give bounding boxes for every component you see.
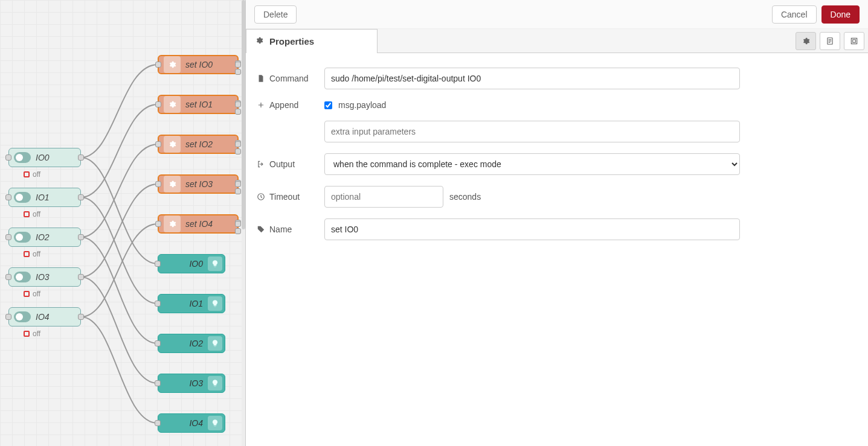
bulb-icon: [208, 336, 222, 351]
switch-node[interactable]: IO0 off: [8, 148, 81, 167]
toggle-icon: [14, 272, 31, 282]
input-port[interactable]: [155, 101, 161, 107]
debug-node[interactable]: IO4: [158, 413, 225, 433]
debug-node[interactable]: IO0: [158, 254, 225, 273]
exec-node[interactable]: set IO3: [158, 174, 239, 194]
input-port[interactable]: [155, 301, 161, 307]
tab-properties[interactable]: Properties: [246, 29, 378, 53]
tag-icon: [257, 225, 265, 234]
output-port[interactable]: [235, 101, 241, 107]
input-port[interactable]: [155, 62, 161, 68]
svg-rect-5: [853, 39, 856, 42]
switch-node[interactable]: IO2 off: [8, 228, 81, 247]
debug-node[interactable]: IO1: [158, 294, 225, 313]
cancel-button[interactable]: Cancel: [772, 5, 817, 24]
node-label: IO2: [189, 339, 203, 348]
tab-bar: Properties: [246, 29, 868, 53]
gear-icon: [164, 56, 181, 73]
output-port[interactable]: [235, 69, 241, 75]
bulb-icon: [208, 416, 222, 430]
output-port[interactable]: [78, 314, 84, 320]
delete-button[interactable]: Delete: [254, 5, 297, 24]
bulb-icon: [208, 256, 222, 271]
clock-icon: [257, 193, 265, 201]
file-icon: [257, 74, 265, 83]
input-port[interactable]: [155, 141, 161, 147]
input-port[interactable]: [5, 234, 11, 240]
toggle-icon: [14, 311, 31, 322]
output-port[interactable]: [78, 194, 84, 200]
command-input[interactable]: [324, 68, 740, 89]
output-port[interactable]: [235, 62, 241, 68]
output-port[interactable]: [235, 188, 241, 194]
appearance-tab-icon[interactable]: [844, 32, 864, 50]
output-port[interactable]: [78, 155, 84, 161]
exec-node[interactable]: set IO4: [158, 214, 239, 234]
append-checkbox[interactable]: [324, 101, 332, 109]
node-label: IO2: [36, 232, 50, 242]
node-label: IO0: [36, 153, 50, 162]
switch-node[interactable]: IO1 off: [8, 188, 81, 207]
input-port[interactable]: [155, 221, 161, 227]
extra-params-input[interactable]: [324, 121, 740, 142]
name-input[interactable]: [324, 218, 740, 240]
bulb-icon: [208, 296, 222, 311]
node-status: off: [24, 290, 40, 298]
input-port[interactable]: [155, 340, 161, 346]
exec-node[interactable]: set IO2: [158, 135, 239, 154]
output-port[interactable]: [235, 228, 241, 234]
input-port[interactable]: [5, 155, 11, 161]
command-label: Command: [257, 74, 324, 83]
node-label: set IO1: [185, 100, 213, 109]
gear-icon: [164, 136, 181, 153]
output-label: Output: [257, 159, 324, 169]
panel-header: Delete Cancel Done: [246, 0, 868, 29]
node-label: IO1: [36, 193, 50, 202]
node-label: set IO2: [185, 139, 213, 149]
output-port[interactable]: [235, 221, 241, 227]
flow-canvas[interactable]: IO0 off IO1 off IO2 off IO3 off IO4 off: [0, 0, 245, 446]
timeout-input[interactable]: [324, 186, 443, 208]
append-label: Append: [257, 100, 324, 110]
input-port[interactable]: [155, 181, 161, 187]
input-port[interactable]: [5, 274, 11, 280]
input-port[interactable]: [5, 194, 11, 200]
node-label: IO0: [189, 259, 203, 269]
input-port[interactable]: [155, 261, 161, 267]
done-button[interactable]: Done: [821, 5, 860, 24]
input-port[interactable]: [155, 380, 161, 386]
output-port[interactable]: [235, 141, 241, 147]
gear-icon: [164, 215, 181, 232]
output-port[interactable]: [235, 148, 241, 155]
tab-label: Properties: [269, 36, 314, 46]
output-port[interactable]: [235, 181, 241, 187]
form: Command Append msg.payload Outp: [246, 53, 868, 266]
node-status: off: [24, 210, 40, 218]
toggle-icon: [14, 192, 31, 203]
output-select[interactable]: when the command is complete - exec mode: [324, 153, 740, 175]
node-label: set IO3: [185, 179, 213, 189]
input-port[interactable]: [155, 420, 161, 426]
gear-icon: [255, 36, 263, 46]
signout-icon: [257, 160, 265, 168]
gear-icon: [164, 176, 181, 193]
node-label: set IO0: [185, 60, 213, 69]
description-tab-icon[interactable]: [820, 32, 840, 50]
gear-icon: [164, 96, 181, 113]
node-status: off: [24, 250, 40, 258]
node-label: IO1: [189, 299, 203, 308]
switch-node[interactable]: IO3 off: [8, 267, 81, 287]
debug-node[interactable]: IO2: [158, 334, 225, 353]
append-text: msg.payload: [338, 100, 386, 110]
input-port[interactable]: [5, 314, 11, 320]
output-port[interactable]: [78, 234, 84, 240]
plus-icon: [257, 101, 265, 109]
node-label: IO3: [36, 272, 50, 282]
output-port[interactable]: [235, 109, 241, 115]
debug-node[interactable]: IO3: [158, 374, 225, 393]
settings-tab-icon[interactable]: [796, 32, 816, 50]
output-port[interactable]: [78, 274, 84, 280]
exec-node[interactable]: set IO1: [158, 95, 239, 114]
switch-node[interactable]: IO4 off: [8, 307, 81, 327]
exec-node[interactable]: set IO0: [158, 55, 239, 74]
